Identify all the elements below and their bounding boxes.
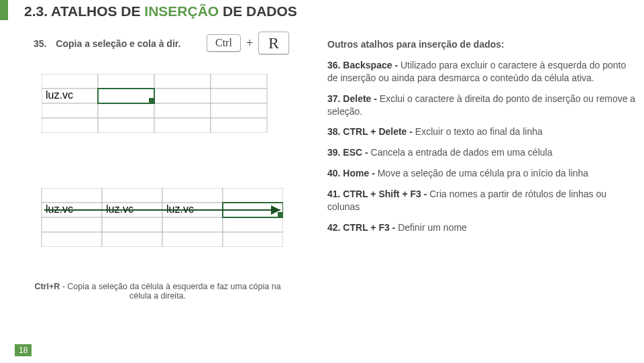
svg-rect-29 [102,232,162,247]
key-r: R [258,32,289,54]
section-post: DE DADOS [219,3,297,19]
fig2-cell-2: luz.vc [106,203,133,215]
svg-rect-27 [223,217,283,232]
svg-rect-8 [98,103,154,118]
svg-rect-10 [211,103,267,118]
svg-rect-2 [154,74,211,89]
svg-rect-31 [223,232,283,247]
section-marker [0,0,8,20]
figure-caption: Ctrl+R - Copia a seleção da célula à esq… [27,282,288,301]
page-number: 18 [15,344,32,356]
svg-rect-26 [162,217,223,232]
fig1-cell-text: luz.vc [46,89,73,101]
section-number: 2.3. [24,3,48,19]
svg-rect-6 [211,89,267,103]
item-41: 41. CTRL + Shift + F3 - Cria nomes a par… [327,188,636,213]
section-pre: ATALHOS DE [51,3,144,19]
item-38: 38. CTRL + Delete - Excluir o texto ao f… [327,125,636,138]
svg-rect-14 [211,118,267,133]
svg-rect-20 [223,188,283,203]
svg-rect-12 [98,118,154,133]
svg-rect-19 [162,188,223,203]
svg-rect-0 [42,74,98,89]
caption-bold: Ctrl+R [34,282,60,291]
key-ctrl: Ctrl [207,34,241,52]
svg-rect-3 [211,74,267,89]
item-35: 35. Copia a seleção e cola à dir. [34,38,180,49]
svg-rect-33 [278,212,283,217]
svg-rect-7 [42,103,98,118]
svg-rect-30 [162,232,223,247]
svg-rect-11 [42,118,98,133]
figure-after-svg: luz.vc luz.vc luz.vc [28,188,283,247]
item-42: 42. CTRL + F3 - Definir um nome [327,221,636,234]
item-35-text: Copia a seleção e cola à dir. [56,38,180,49]
item-35-num: 35. [34,38,46,49]
key-plus: + [246,36,253,50]
caption-text: - Copia a seleção da célula à esquerda e… [60,282,280,301]
svg-rect-16 [149,98,154,103]
item-36: 36. Backspace - Utilizado para excluir o… [327,59,636,85]
section-title: 2.3. ATALHOS DE INSERÇÃO DE DADOS [24,3,297,19]
section-accent: INSERÇÃO [144,3,219,19]
svg-rect-9 [154,103,211,118]
svg-rect-18 [102,188,162,203]
svg-rect-28 [42,232,102,247]
figure-after: luz.vc luz.vc luz.vc [28,188,283,247]
right-intro: Outros atalhos para inserção de dados: [327,38,636,51]
item-37: 37. Delete - Exclui o caractere à direit… [327,93,636,118]
figure-before: luz.vc [42,74,268,133]
item-40: 40. Home - Move a seleção de uma célula … [327,167,636,180]
fig2-cell-3: luz.vc [166,203,194,215]
key-combo: Ctrl + R [207,32,289,54]
item-39: 39. ESC - Cancela a entrada de dados em … [327,146,636,159]
fig2-cell-1: luz.vc [46,203,73,215]
svg-rect-24 [42,217,102,232]
svg-rect-1 [98,74,154,89]
svg-rect-25 [102,217,162,232]
figure-before-svg: luz.vc [42,74,268,133]
svg-rect-5 [154,89,211,103]
svg-rect-13 [154,118,211,133]
right-column: Outros atalhos para inserção de dados: 3… [327,38,636,242]
svg-rect-15 [98,89,154,103]
svg-rect-17 [42,188,102,203]
